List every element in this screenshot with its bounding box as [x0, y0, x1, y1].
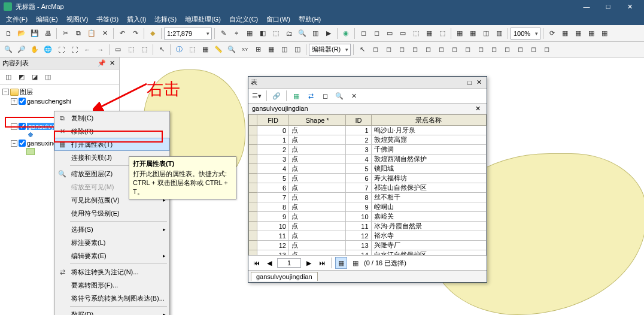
- tool-icon[interactable]: ▦: [265, 44, 277, 56]
- table-cell[interactable]: 点: [289, 145, 346, 155]
- measure-icon[interactable]: 📏: [212, 44, 224, 56]
- close-tab-icon[interactable]: ✕: [473, 105, 483, 113]
- menu-item[interactable]: 插入(I): [123, 14, 150, 25]
- table-row[interactable]: 11点12裕水寺: [249, 231, 487, 241]
- redo-icon[interactable]: ↷: [129, 28, 141, 40]
- table-cell[interactable]: 12: [257, 241, 289, 250]
- tool-icon[interactable]: ◫: [480, 28, 492, 40]
- menu-item[interactable]: 编辑(E): [32, 14, 62, 25]
- table-cell[interactable]: 11: [346, 222, 371, 231]
- table-cell[interactable]: 10: [257, 222, 289, 231]
- tool-icon[interactable]: ◻: [369, 44, 381, 56]
- close-button[interactable]: ✕: [619, 0, 640, 13]
- table-cell[interactable]: 点: [289, 250, 346, 256]
- context-menu-item[interactable]: ⧉复制(C): [54, 111, 169, 125]
- context-menu-item[interactable]: 使用符号级别(E): [54, 207, 169, 220]
- table-options-icon[interactable]: ☰▾: [251, 90, 263, 102]
- tool-icon[interactable]: ⬚: [186, 44, 198, 56]
- menu-item[interactable]: 视图(V): [63, 14, 92, 25]
- table-cell[interactable]: 9: [257, 212, 289, 222]
- menu-item[interactable]: 自定义(C): [226, 14, 262, 25]
- tool-icon[interactable]: ◻: [475, 44, 487, 56]
- table-row[interactable]: 0点1鸣沙山·月牙泉: [249, 126, 487, 135]
- restore-icon[interactable]: □: [465, 79, 474, 86]
- table-cell[interactable]: 点: [289, 212, 346, 222]
- tool-icon[interactable]: ▥: [309, 28, 321, 40]
- table-cell[interactable]: 点: [289, 193, 346, 202]
- paste-icon[interactable]: 📋: [86, 28, 98, 40]
- layer-name[interactable]: gansuchengshi: [27, 98, 71, 105]
- attr-titlebar[interactable]: 表 □ ✕: [248, 77, 487, 89]
- maximize-button[interactable]: □: [597, 0, 619, 13]
- table-row[interactable]: 5点6寿大福梓坊: [249, 174, 487, 183]
- table-cell[interactable]: 8: [346, 193, 371, 202]
- context-menu-item[interactable]: 标注要素(L): [54, 236, 169, 249]
- tool-icon[interactable]: ⛶: [68, 44, 80, 56]
- tool-icon[interactable]: ◻: [461, 44, 473, 56]
- tool-icon[interactable]: ▦: [599, 28, 610, 40]
- layer-checkbox[interactable]: [19, 140, 26, 147]
- tool-icon[interactable]: ◻: [501, 44, 513, 56]
- table-cell[interactable]: 2: [346, 135, 371, 145]
- tool-icon[interactable]: ▦: [467, 28, 479, 40]
- table-row[interactable]: 3点4敦煌西湖自然保护: [249, 155, 487, 164]
- tool-icon[interactable]: ⬚: [138, 44, 150, 56]
- column-header[interactable]: FID: [257, 115, 289, 126]
- tool-icon[interactable]: ▥: [493, 28, 505, 40]
- tool-icon[interactable]: ⛶: [55, 44, 67, 56]
- table-cell[interactable]: 8: [257, 202, 289, 212]
- list-by-visibility-icon[interactable]: ◪: [29, 71, 41, 83]
- catalog-icon[interactable]: 🗂: [283, 28, 295, 40]
- collapse-icon[interactable]: −: [11, 140, 17, 147]
- table-cell[interactable]: 鸣沙山·月牙泉: [371, 126, 486, 135]
- tree-root[interactable]: 图层: [20, 87, 33, 96]
- table-cell[interactable]: 点: [289, 241, 346, 250]
- tool-icon[interactable]: ◻: [382, 44, 394, 56]
- forward-icon[interactable]: →: [95, 44, 107, 56]
- tool-icon[interactable]: ◫: [278, 44, 290, 56]
- table-row[interactable]: 12点13兴隆寺厂: [249, 241, 487, 250]
- table-cell[interactable]: 4: [257, 164, 289, 174]
- tool-icon[interactable]: ▦: [572, 28, 584, 40]
- tool-icon[interactable]: ◻: [540, 44, 552, 56]
- context-menu-item[interactable]: ✕移除(R): [54, 125, 169, 138]
- menu-item[interactable]: 文件(F): [2, 14, 31, 25]
- attr-grid[interactable]: FIDShape *ID景点名称 0点1鸣沙山·月牙泉 1点2敦煌莫高窟 2点3…: [248, 114, 487, 255]
- list-by-source-icon[interactable]: ◩: [16, 71, 28, 83]
- list-by-selection-icon[interactable]: ◫: [42, 71, 54, 83]
- table-cell[interactable]: 祁连山自然保护区: [371, 183, 486, 193]
- tool-icon[interactable]: ↖: [356, 44, 368, 56]
- table-cell[interactable]: 6: [346, 174, 371, 183]
- table-cell[interactable]: 13: [346, 241, 371, 250]
- menu-item[interactable]: 书签(B): [93, 14, 122, 25]
- menu-item[interactable]: 帮助(H): [295, 14, 324, 25]
- identify-icon[interactable]: ⓘ: [173, 44, 185, 56]
- table-cell[interactable]: 10: [346, 212, 371, 222]
- table-cell[interactable]: 点: [289, 174, 346, 183]
- table-cell[interactable]: 点: [289, 183, 346, 193]
- back-icon[interactable]: ←: [81, 44, 93, 56]
- table-cell[interactable]: 12: [346, 231, 371, 241]
- zoom-out-icon[interactable]: 🔎: [16, 44, 28, 56]
- tool-icon[interactable]: ◻: [357, 28, 369, 40]
- table-cell[interactable]: 4: [346, 155, 371, 164]
- pan-icon[interactable]: ✋: [29, 44, 41, 56]
- tool-icon[interactable]: ▭: [384, 28, 396, 40]
- list-by-drawing-icon[interactable]: ◫: [2, 71, 14, 83]
- menu-item[interactable]: 选择(S): [151, 14, 180, 25]
- table-cell[interactable]: 1: [257, 135, 289, 145]
- table-cell[interactable]: 裕水寺: [371, 231, 486, 241]
- table-cell[interactable]: 嘉峪关: [371, 212, 486, 222]
- tool-icon[interactable]: ◻: [396, 44, 408, 56]
- tool-icon[interactable]: ◻: [435, 44, 447, 56]
- tool-icon[interactable]: ▭: [397, 28, 409, 40]
- table-cell[interactable]: 兴隆寺厂: [371, 241, 486, 250]
- tool-icon[interactable]: ▦: [423, 28, 435, 40]
- prev-record-icon[interactable]: ◀: [264, 259, 275, 267]
- table-cell[interactable]: 点: [289, 164, 346, 174]
- table-cell[interactable]: 白水江自然保护区: [371, 250, 486, 256]
- menu-item[interactable]: 窗口(W): [263, 14, 294, 25]
- python-icon[interactable]: ▶: [323, 28, 335, 40]
- tool-icon[interactable]: ▦: [585, 28, 597, 40]
- table-cell[interactable]: 点: [289, 135, 346, 145]
